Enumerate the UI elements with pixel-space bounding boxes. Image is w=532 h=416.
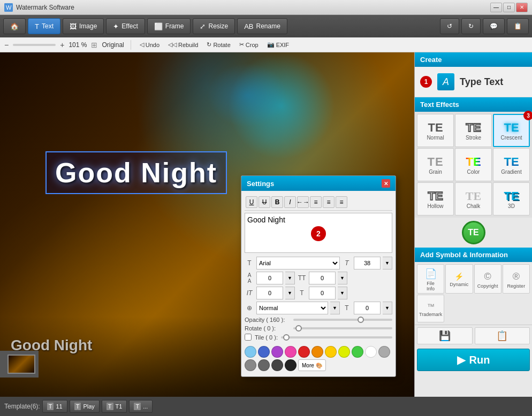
save-button[interactable]: 💾 [417, 327, 473, 344]
crop-button[interactable]: ✂ Crop [237, 40, 261, 49]
effect-gradient[interactable]: TE Gradient [493, 148, 530, 181]
rename-icon: AB [244, 22, 253, 30]
font-size-input[interactable] [354, 257, 381, 269]
align-center-button[interactable]: ≡ [323, 196, 335, 208]
text-input[interactable]: Good Night [245, 213, 392, 253]
rebuild-button[interactable]: ◁◁ Rebuild [166, 40, 200, 49]
symbol-circle[interactable]: TE [462, 221, 485, 244]
tracking-input[interactable] [309, 272, 336, 284]
effect-hollow-label: Hollow [427, 203, 443, 209]
color-swatch-purple[interactable] [271, 346, 283, 358]
rotate-thumb[interactable] [295, 325, 302, 332]
forward-button[interactable]: ↻ [461, 18, 481, 34]
rename-button[interactable]: AB Rename [237, 18, 287, 34]
effect-button[interactable]: ✦ Effect [106, 18, 145, 34]
template-item-play[interactable]: T Play [70, 400, 100, 413]
layer-val-input[interactable] [354, 302, 381, 314]
slant-dropdown[interactable]: ▼ [285, 287, 295, 299]
effect-normal[interactable]: TE Normal [417, 114, 454, 147]
zoom-slider[interactable] [13, 44, 56, 46]
file-info-label: FileInfo [427, 281, 435, 291]
more-colors-button[interactable]: More 🎨 [298, 359, 326, 371]
template-item-t1[interactable]: T T1 [102, 400, 127, 413]
strikethrough-button[interactable]: U [259, 196, 270, 208]
color-swatch-lightgray[interactable] [378, 346, 390, 358]
template-item-more[interactable]: T ... [129, 400, 153, 413]
template-item-11[interactable]: T 11 [42, 400, 67, 413]
symbol-file-info[interactable]: 📄 FileInfo [417, 264, 444, 294]
zoom-in-button[interactable]: + [60, 41, 64, 49]
frame-button[interactable]: ⬜ Frame [147, 18, 191, 34]
color-swatch-green[interactable] [352, 346, 363, 358]
tracking-dropdown[interactable]: ▼ [338, 272, 347, 284]
effect-stroke[interactable]: TE Stroke [455, 114, 492, 147]
effect-color[interactable]: TE Color [455, 148, 492, 181]
export-button[interactable]: 📋 [475, 327, 530, 344]
text-button[interactable]: T Text [28, 18, 60, 34]
symbol-copyright[interactable]: © Copyright [474, 264, 501, 294]
exif-button[interactable]: 📷 EXIF [265, 40, 291, 49]
layer-val-icon: T [342, 304, 352, 312]
bold-button[interactable]: B [271, 196, 283, 208]
width-input[interactable] [309, 287, 336, 299]
symbol-trademark[interactable]: ™ Trademark [417, 295, 444, 322]
color-swatch-white[interactable] [365, 346, 377, 358]
image-thumbnail[interactable] [7, 355, 35, 374]
color-swatch-yellow[interactable] [325, 346, 337, 358]
symbol-register[interactable]: ® Register [503, 264, 530, 294]
color-swatch-nearblack[interactable] [285, 359, 297, 371]
refresh-button[interactable]: ↺ [440, 18, 459, 34]
opacity-thumb[interactable] [358, 317, 364, 323]
tile-slider[interactable] [281, 336, 392, 338]
effect-grain[interactable]: TE Grain [417, 148, 454, 181]
zoom-out-button[interactable]: − [4, 41, 9, 49]
close-button[interactable]: ✕ [516, 3, 528, 12]
dialog-close-button[interactable]: ✕ [382, 179, 390, 188]
color-swatch-orange[interactable] [311, 346, 323, 358]
font-family-select[interactable]: Arial Times New Roman Verdana [256, 257, 340, 269]
layer-dropdown[interactable]: ▼ [330, 302, 340, 314]
color-swatch-darkgray[interactable] [271, 359, 283, 371]
maximize-button[interactable]: □ [503, 3, 515, 12]
effect-crescent[interactable]: 3 TE Crescent [493, 114, 530, 147]
layer-val-dropdown[interactable]: ▼ [383, 302, 392, 314]
effect-crescent-label: Crescent [500, 135, 522, 141]
run-button[interactable]: ▶ Run [417, 349, 530, 371]
underline-button[interactable]: U [246, 196, 257, 208]
align-left-button[interactable]: ≡ [310, 196, 322, 208]
color-swatch-gray[interactable] [245, 359, 256, 371]
tracking-button[interactable]: ←→ [297, 196, 309, 208]
effect-hollow[interactable]: TE Hollow [417, 182, 454, 215]
tile-thumb[interactable] [283, 334, 290, 341]
color-swatch-lime[interactable] [338, 346, 350, 358]
color-swatch-lightblue[interactable] [245, 346, 256, 358]
undo-button[interactable]: ◁ Undo [138, 40, 162, 49]
color-swatch-pink[interactable] [285, 346, 297, 358]
rotate-button[interactable]: ↻ Rotate [204, 40, 232, 49]
italic-button[interactable]: I [284, 196, 296, 208]
canvas-watermark-text[interactable]: Good Night [45, 151, 227, 194]
color-swatch-blue[interactable] [258, 346, 270, 358]
opacity-slider[interactable] [293, 319, 392, 321]
rotate-slider[interactable] [293, 327, 392, 329]
width-dropdown[interactable]: ▼ [338, 287, 347, 299]
settings-button[interactable]: 📋 [507, 18, 529, 34]
color-swatch-medgray[interactable] [258, 359, 270, 371]
layer-mode-select[interactable]: Normal Multiply Screen [256, 302, 328, 314]
create-type-text-button[interactable]: 1 A Type Text [415, 67, 532, 97]
font-size-dropdown[interactable]: ▼ [383, 257, 392, 269]
slant-input[interactable] [256, 287, 283, 299]
comment-button[interactable]: 💬 [483, 18, 505, 34]
effect-3d[interactable]: TE 3D [493, 182, 530, 215]
symbol-dynamic[interactable]: ⚡ Dynamic [445, 264, 473, 294]
align-right-button[interactable]: ≡ [336, 196, 347, 208]
effect-chalk[interactable]: TE Chalk [455, 182, 492, 215]
home-button[interactable]: 🏠 [3, 18, 26, 34]
image-button[interactable]: 🖼 Image [63, 18, 104, 34]
kerning-dropdown[interactable]: ▼ [285, 272, 295, 284]
resize-button[interactable]: ⤢ Resize [193, 18, 235, 34]
color-swatch-red[interactable] [298, 346, 310, 358]
tile-checkbox[interactable] [245, 334, 252, 341]
kerning-input[interactable] [256, 272, 283, 284]
minimize-button[interactable]: — [490, 3, 502, 12]
